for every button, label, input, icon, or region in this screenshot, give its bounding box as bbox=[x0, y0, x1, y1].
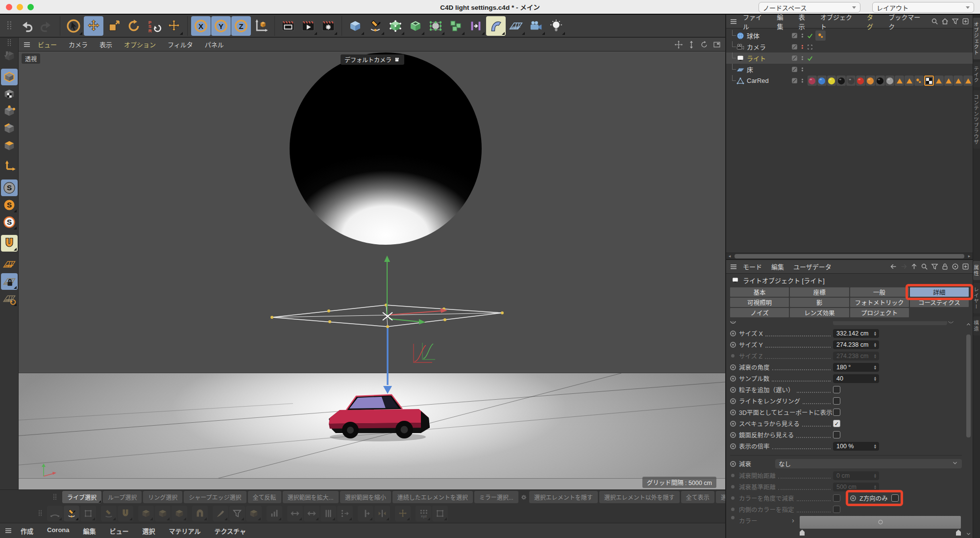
stepper-arrows[interactable]: ▲▼ bbox=[871, 331, 879, 336]
hamburger-icon[interactable] bbox=[23, 40, 31, 49]
tab-フォトメトリック[interactable]: フォトメトリック bbox=[850, 298, 909, 307]
slash-toggle-icon[interactable] bbox=[791, 66, 798, 73]
viewport-canvas[interactable]: 透視 デフォルトカメラ グリッド間隔 : 5000 cm bbox=[19, 51, 725, 489]
object-row-床[interactable]: 床 bbox=[726, 64, 973, 75]
edge-tab-オブジェクト[interactable]: オブジェクト bbox=[973, 18, 980, 59]
transform-tool-button[interactable] bbox=[164, 16, 184, 36]
hamburger-icon[interactable] bbox=[4, 526, 13, 535]
gradient-knob-right[interactable] bbox=[956, 530, 961, 536]
tag-tri-tag[interactable] bbox=[963, 76, 973, 86]
pen-spline-button[interactable] bbox=[366, 16, 385, 36]
dots-gray-icon[interactable] bbox=[799, 32, 806, 39]
checkbox[interactable] bbox=[833, 506, 840, 513]
subdivision-surface-button[interactable] bbox=[386, 16, 405, 36]
bevel-tool[interactable] bbox=[138, 506, 154, 521]
tab-コースティクス[interactable]: コースティクス bbox=[910, 298, 969, 307]
toolbar-drag-handle[interactable] bbox=[49, 493, 61, 501]
select-button-ライブ選択[interactable]: ライブ選択 bbox=[62, 491, 101, 503]
stepper-arrows[interactable]: ▲▼ bbox=[871, 376, 879, 381]
edge-mode-button[interactable] bbox=[1, 120, 18, 137]
select-button-リング選択[interactable]: リング選択 bbox=[143, 491, 182, 503]
arrow-right-icon[interactable] bbox=[900, 262, 908, 271]
tab-プロジェクト[interactable]: プロジェクト bbox=[850, 308, 909, 317]
tag-dots-orange-tag[interactable] bbox=[815, 30, 826, 41]
checkbox[interactable] bbox=[833, 386, 840, 393]
dolly-view-icon[interactable] bbox=[687, 40, 696, 49]
mirror-tool[interactable] bbox=[374, 506, 390, 521]
bottom-menu-テクスチャ[interactable]: テクスチャ bbox=[208, 525, 251, 537]
viewport-menu-カメラ[interactable]: カメラ bbox=[63, 38, 93, 51]
tag-tri-tag[interactable] bbox=[934, 76, 944, 86]
select-button-選択範囲を縮小[interactable]: 選択範囲を縮小 bbox=[340, 491, 391, 503]
bottom-menu-マテリアル[interactable]: マテリアル bbox=[163, 525, 207, 537]
axis-move-tool[interactable] bbox=[395, 506, 411, 521]
light-bulb-button[interactable] bbox=[546, 16, 566, 36]
workplane-button[interactable] bbox=[1, 256, 18, 273]
tag-dots-orange-tag[interactable] bbox=[914, 76, 924, 86]
render-picture-viewer-button[interactable] bbox=[298, 16, 318, 36]
select-button-ミラー選択...[interactable]: ミラー選択... bbox=[474, 491, 518, 503]
check-green-icon[interactable] bbox=[807, 55, 813, 62]
psr-tool-button[interactable]: PSR bbox=[144, 16, 164, 36]
polygon-mode-button[interactable] bbox=[1, 137, 18, 154]
toolbar-drag-handle[interactable] bbox=[3, 39, 16, 48]
edge-tab-テイク[interactable]: テイク bbox=[973, 62, 980, 87]
select-button-連続したエレメントを選択[interactable]: 連続したエレメントを選択 bbox=[392, 491, 473, 503]
checkbox[interactable] bbox=[833, 431, 840, 438]
axis-y-button[interactable]: Y bbox=[211, 16, 231, 36]
ffd-cage-button[interactable] bbox=[426, 16, 445, 36]
rotate-view-icon[interactable] bbox=[700, 40, 709, 49]
viewport-menu-パネル[interactable]: パネル bbox=[199, 38, 229, 51]
close-window-button[interactable] bbox=[6, 4, 12, 10]
viewport-menu-表示[interactable]: 表示 bbox=[94, 38, 118, 51]
checkbox[interactable]: ✓ bbox=[833, 420, 840, 427]
chevron-down-small-icon[interactable] bbox=[965, 531, 972, 537]
value-field[interactable]: 180 °▲▼ bbox=[833, 363, 879, 372]
viewport-solo-hierarchy-button[interactable]: S bbox=[1, 214, 18, 231]
stepper-arrows[interactable]: ▲▼ bbox=[871, 473, 879, 478]
axis-z-button[interactable]: Z bbox=[231, 16, 251, 36]
chevron-up-small-icon[interactable] bbox=[965, 321, 972, 328]
maximize-view-icon[interactable] bbox=[712, 40, 721, 49]
value-field[interactable]: 500 cm▲▼ bbox=[833, 483, 879, 491]
axis-mode-button[interactable] bbox=[1, 158, 18, 175]
value-field[interactable]: 40▲▼ bbox=[833, 374, 879, 383]
hscrollbar-thumb[interactable] bbox=[735, 254, 964, 258]
stitch-tool[interactable] bbox=[304, 506, 319, 521]
toolbar-drag-handle[interactable] bbox=[34, 510, 46, 517]
weld-tool[interactable] bbox=[287, 506, 303, 521]
viewport-menu-フィルタ[interactable]: フィルタ bbox=[162, 38, 198, 51]
dots-gray-icon[interactable] bbox=[799, 77, 806, 84]
sculpt-tool[interactable] bbox=[101, 506, 117, 521]
cage-tool[interactable] bbox=[432, 506, 448, 521]
bottom-menu-Corona[interactable]: Corona bbox=[41, 525, 75, 537]
dissolve-tool[interactable] bbox=[337, 506, 353, 521]
select-button-選択エレメントを隠す[interactable]: 選択エレメントを隠す bbox=[529, 491, 598, 503]
tab-詳細[interactable]: 詳細 bbox=[910, 287, 969, 297]
car-object[interactable] bbox=[325, 386, 433, 443]
pen-tool[interactable] bbox=[64, 506, 79, 521]
tab-一般[interactable]: 一般 bbox=[850, 287, 909, 297]
minimize-window-button[interactable] bbox=[17, 4, 23, 10]
hamburger-icon[interactable] bbox=[729, 262, 738, 271]
extrude-tool[interactable] bbox=[155, 506, 171, 521]
slash-toggle-icon[interactable] bbox=[791, 77, 798, 84]
select-button-全て反転[interactable]: 全て反転 bbox=[248, 491, 281, 503]
slash-toggle-icon[interactable] bbox=[791, 43, 798, 51]
select-button-シャープエッジ選択[interactable]: シャープエッジ選択 bbox=[184, 491, 246, 503]
lock-workplane-button[interactable] bbox=[1, 273, 18, 290]
texture-mode-button[interactable] bbox=[1, 86, 18, 102]
select-button-全て表示[interactable]: 全て表示 bbox=[681, 491, 714, 503]
am-menu-編集[interactable]: 編集 bbox=[767, 260, 788, 273]
snap-magnet-button[interactable] bbox=[1, 235, 18, 252]
undo-button[interactable] bbox=[17, 16, 36, 36]
target-brackets-icon[interactable] bbox=[807, 44, 813, 51]
tag-tri-tag[interactable] bbox=[895, 76, 904, 86]
checkbox[interactable] bbox=[891, 494, 899, 502]
checkbox[interactable] bbox=[833, 409, 840, 416]
stepper-arrows[interactable]: ▲▼ bbox=[871, 365, 879, 370]
tab-ノイズ[interactable]: ノイズ bbox=[730, 308, 789, 317]
material-tag[interactable] bbox=[808, 76, 817, 86]
search-icon[interactable] bbox=[920, 262, 929, 271]
align-tool[interactable] bbox=[358, 506, 373, 521]
